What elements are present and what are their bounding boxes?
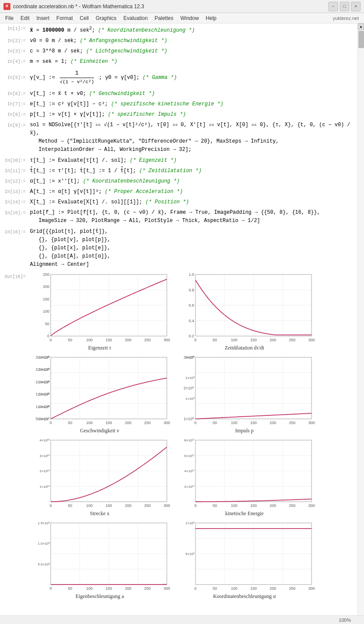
plot-title-eigenzeit: Eigenzeit τ	[28, 345, 171, 351]
cell-label-in4: In[4]:=	[0, 57, 28, 66]
menu-edit[interactable]: Edit	[17, 14, 33, 22]
plot-title-eigenb: Eigenbeschleunigung a	[28, 593, 171, 600]
cell-content-in12[interactable]: α[t_] := x''[t]; (* Koordinatenbeschleun…	[28, 177, 358, 186]
plot-zeitdil: Zeitdilatation dτ/dt	[173, 270, 316, 351]
cell-content-in10[interactable]: τ[t_] := Evaluate[τ[t] /. sol]; (* Eigen…	[28, 156, 358, 165]
cell-label-in7: In[7]:=	[0, 100, 28, 108]
cell-label-in10: In[10]:=	[0, 156, 28, 165]
cell-content-in6[interactable]: v[t_] := ẍ t + v0; (* Geschwindigkeit *)	[28, 89, 358, 98]
scroll-thumb[interactable]	[358, 31, 364, 48]
notebook-area[interactable]: In[1]:= ẍ = 1000000 m / sek2; (* Koordin…	[0, 23, 358, 624]
menu-cell[interactable]: Cell	[76, 14, 92, 22]
menu-format[interactable]: Format	[53, 14, 76, 22]
plot-title-strecke: Strecke x	[28, 510, 171, 517]
cell-label-in5: In[5]:=	[0, 73, 28, 82]
cell-label-in1: In[1]:=	[0, 24, 28, 35]
title-bar: M coordinate acceleration.nb * - Wolfram…	[0, 0, 364, 13]
cell-label-in11: In[11]:=	[0, 167, 28, 175]
plots-row-3: Strecke x kinetische Energie	[28, 436, 316, 517]
cell-in4[interactable]: In[4]:= m = sek = 1; (* Einheiten *)	[0, 56, 358, 67]
plots-row-1: Eigenzeit τ Zeitdilatation dτ/dt	[28, 270, 316, 351]
plots-row-4: Eigenbeschleunigung a Koordinatenbeschle…	[28, 519, 316, 600]
cell-in16[interactable]: In[16]:= Grid[{{plot[τ], plot[ṫ]}, {}, {…	[0, 226, 358, 270]
menu-bar-right: yukterez.net	[333, 16, 362, 21]
cell-content-in16[interactable]: Grid[{{plot[τ], plot[ṫ]}, {}, {plot[v], …	[28, 227, 358, 269]
plots-grid: Eigenzeit τ Zeitdilatation dτ/dt Geschwi…	[28, 270, 316, 601]
menu-bar: File Edit Insert Format Cell Graphics Ev…	[0, 13, 364, 23]
cell-label-in13: In[13]:=	[0, 187, 28, 196]
plot-koordin: Koordinatenbeschleunigung α	[173, 519, 316, 600]
cell-in11[interactable]: In[11]:= t̂[t_] := τ'[t]; ṫ[t_] := 1 / t…	[0, 166, 358, 176]
cell-in8[interactable]: In[8]:= p[t_] := v[t] × γ[v[t]]; (* spez…	[0, 109, 358, 120]
menu-window[interactable]: Window	[177, 14, 202, 22]
plot-eigenzeit: Eigenzeit τ	[28, 270, 171, 351]
cell-in10[interactable]: In[10]:= τ[t_] := Evaluate[τ[t] /. sol];…	[0, 155, 358, 166]
plot-impuls: Impuls p	[173, 353, 316, 434]
cell-in12[interactable]: In[12]:= α[t_] := x''[t]; (* Koordinaten…	[0, 176, 358, 186]
cell-content-in4[interactable]: m = sek = 1; (* Einheiten *)	[28, 57, 358, 66]
status-bar: 100%	[0, 615, 364, 624]
plot-strecke: Strecke x	[28, 436, 171, 517]
scrollbar[interactable]: ▲ ▼	[358, 23, 364, 624]
menu-graphics[interactable]: Graphics	[92, 14, 120, 22]
cell-content-in15[interactable]: plot[f_] := Plot[f[t], {t, 0, (c − v0) /…	[28, 208, 358, 225]
menu-insert[interactable]: Insert	[33, 14, 53, 22]
scroll-track[interactable]	[358, 30, 364, 617]
maximize-button[interactable]: □	[340, 2, 349, 11]
cell-label-in8: In[8]:=	[0, 110, 28, 119]
cell-in5[interactable]: In[5]:= γ[v_] := 1 √(1 − v²/c²) ; γ0 = γ…	[0, 67, 358, 88]
plot-title-energie: kinetische Energie	[173, 510, 316, 517]
close-button[interactable]: ×	[351, 2, 361, 11]
menu-palettes[interactable]: Palettes	[151, 14, 177, 22]
cell-content-in9[interactable]: sol = NDSolve[{τ'[t] ⩵ √(1 − v[t]²/c²), …	[28, 121, 358, 154]
cell-label-in3: In[3]:=	[0, 47, 28, 56]
plot-title-zeitdil: Zeitdilatation dτ/dt	[173, 345, 316, 351]
menu-help[interactable]: Help	[202, 14, 220, 22]
cell-label-in9: In[9]:=	[0, 121, 28, 130]
zoom-level: 100%	[339, 617, 351, 623]
cell-label-in2: In[2]:=	[0, 36, 28, 45]
menu-file[interactable]: File	[2, 14, 17, 22]
app-icon: M	[3, 3, 10, 10]
plot-geschw: Geschwindigkeit v	[28, 353, 171, 434]
cell-in7[interactable]: In[7]:= e[t_] := c² γ[v[t]] − c²; (* spe…	[0, 99, 358, 109]
output-row: Out[16]= Eigenzeit τ Zeitdilatation dτ/d…	[0, 270, 358, 601]
cell-content-in5[interactable]: γ[v_] := 1 √(1 − v²/c²) ; γ0 = γ[v0]; (*…	[28, 69, 358, 86]
cell-content-in7[interactable]: e[t_] := c² γ[v[t]] − c²; (* spezifische…	[28, 100, 358, 108]
plot-title-impuls: Impuls p	[173, 428, 316, 434]
cell-content-in11[interactable]: t̂[t_] := τ'[t]; ṫ[t_] := 1 / t̂[t]; (* …	[28, 167, 358, 175]
cell-content-in13[interactable]: A[t_] := α[t] γ[v[t]]³; (* Proper Accele…	[28, 187, 358, 196]
title-text: coordinate acceleration.nb * - Wolfram M…	[13, 3, 326, 10]
window-controls[interactable]: − □ ×	[328, 2, 361, 11]
cell-in3[interactable]: In[3]:= c = 3*^8 m / sek; (* Lichtgeschw…	[0, 46, 358, 56]
cell-in1[interactable]: In[1]:= ẍ = 1000000 m / sek2; (* Koordin…	[0, 23, 358, 36]
cell-content-in1[interactable]: ẍ = 1000000 m / sek2; (* Koordinatenbesc…	[28, 24, 358, 35]
plot-title-geschw: Geschwindigkeit v	[28, 428, 171, 434]
plots-row-2: Geschwindigkeit v Impuls p	[28, 353, 316, 434]
cell-in9[interactable]: In[9]:= sol = NDSolve[{τ'[t] ⩵ √(1 − v[t…	[0, 120, 358, 155]
main-content: In[1]:= ẍ = 1000000 m / sek2; (* Koordin…	[0, 23, 364, 624]
out-label: Out[16]=	[0, 270, 28, 601]
cell-in15[interactable]: In[15]:= plot[f_] := Plot[f[t], {t, 0, (…	[0, 207, 358, 226]
menu-evaluation[interactable]: Evaluation	[120, 14, 151, 22]
cell-label-in14: In[14]:=	[0, 198, 28, 206]
cell-content-in8[interactable]: p[t_] := v[t] × γ[v[t]]; (* spezifischer…	[28, 110, 358, 119]
minimize-button[interactable]: −	[328, 2, 338, 11]
cell-label-in12: In[12]:=	[0, 177, 28, 186]
cell-label-in15: In[15]:=	[0, 208, 28, 217]
plot-title-koordin: Koordinatenbeschleunigung α	[173, 593, 316, 600]
cell-content-in2[interactable]: v0 = 0 m / sek; (* Anfangsgeschwindigkei…	[28, 36, 358, 45]
cell-content-in14[interactable]: X[t_] := Evaluate[X[t] /. sol][[1]]; (* …	[28, 198, 358, 206]
cell-in6[interactable]: In[6]:= v[t_] := ẍ t + v0; (* Geschwindi…	[0, 88, 358, 99]
cell-content-in3[interactable]: c = 3*^8 m / sek; (* Lichtgeschwindigkei…	[28, 47, 358, 56]
scroll-up-button[interactable]: ▲	[358, 23, 364, 30]
cell-in13[interactable]: In[13]:= A[t_] := α[t] γ[v[t]]³; (* Prop…	[0, 186, 358, 197]
cell-label-in6: In[6]:=	[0, 89, 28, 98]
plot-eigenb: Eigenbeschleunigung a	[28, 519, 171, 600]
cell-in14[interactable]: In[14]:= X[t_] := Evaluate[X[t] /. sol][…	[0, 197, 358, 207]
cell-label-in16: In[16]:=	[0, 227, 28, 236]
plot-energie: kinetische Energie	[173, 436, 316, 517]
cell-in2[interactable]: In[2]:= v0 = 0 m / sek; (* Anfangsgeschw…	[0, 36, 358, 46]
